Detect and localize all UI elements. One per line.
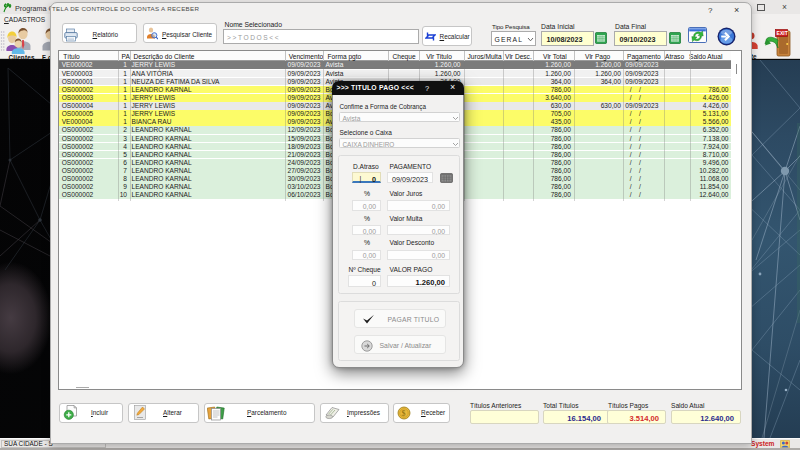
svg-text:EXIT: EXIT: [777, 30, 788, 36]
svg-text:$: $: [402, 409, 406, 418]
